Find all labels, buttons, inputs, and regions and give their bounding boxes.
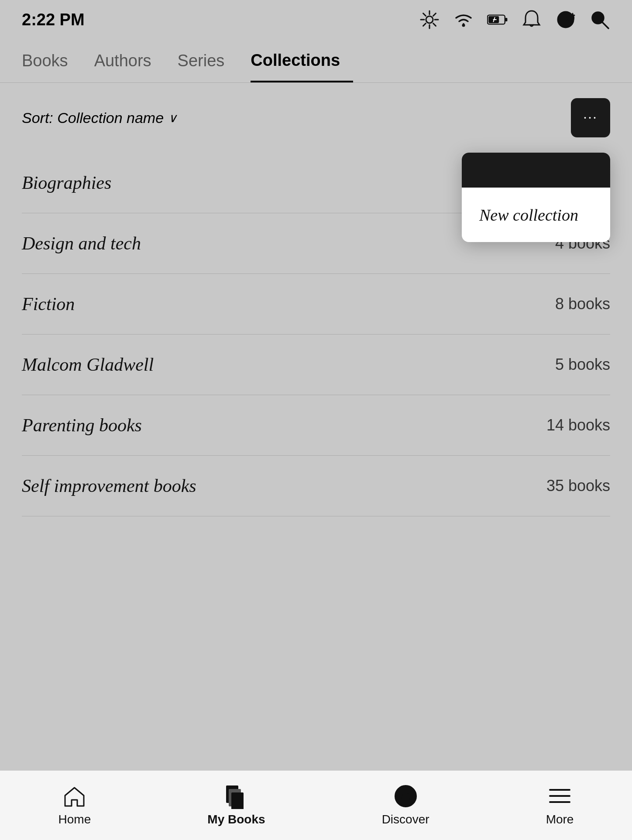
status-icons (419, 9, 610, 30)
bottom-nav-home-label: Home (58, 813, 91, 826)
collection-name: Design and tech (22, 233, 141, 254)
collection-name: Biographies (22, 172, 111, 193)
more-icon (547, 784, 573, 808)
collection-count: 35 books (546, 477, 610, 495)
svg-line-5 (423, 14, 426, 16)
dropdown-menu: New collection (462, 153, 610, 242)
bottom-nav-my-books-label: My Books (207, 813, 265, 826)
battery-icon (487, 9, 508, 30)
collection-count: 5 books (555, 355, 610, 374)
sort-label-text: Sort: Collection name (22, 109, 164, 126)
status-time: 2:22 PM (22, 10, 85, 29)
home-icon (62, 784, 88, 808)
sort-chevron-icon: ∨ (168, 111, 177, 125)
sort-row: Sort: Collection name ∨ ··· (0, 83, 632, 153)
svg-line-6 (433, 24, 436, 26)
svg-point-9 (462, 24, 465, 27)
collection-name: Self improvement books (22, 475, 196, 496)
collection-name: Malcom Gladwell (22, 354, 154, 375)
tab-series[interactable]: Series (178, 51, 238, 82)
my-books-icon (223, 784, 249, 808)
collection-item-parenting[interactable]: Parenting books 14 books (22, 395, 610, 456)
svg-rect-11 (505, 18, 508, 21)
bottom-nav-more[interactable]: More (546, 784, 574, 826)
collection-count: 14 books (546, 416, 610, 434)
svg-line-17 (602, 22, 608, 28)
tab-authors[interactable]: Authors (94, 51, 165, 82)
collection-item-fiction[interactable]: Fiction 8 books (22, 274, 610, 335)
sync-icon (555, 9, 576, 30)
collection-item-self-improvement[interactable]: Self improvement books 35 books (22, 456, 610, 516)
tab-books[interactable]: Books (22, 51, 81, 82)
svg-rect-20 (231, 792, 244, 809)
collection-count: 8 books (555, 295, 610, 313)
collection-item-malcom-gladwell[interactable]: Malcom Gladwell 5 books (22, 335, 610, 395)
collection-name: Parenting books (22, 415, 142, 436)
bottom-nav-home[interactable]: Home (58, 784, 91, 826)
new-collection-button[interactable]: New collection (462, 188, 610, 242)
svg-line-7 (433, 14, 436, 16)
notification-icon[interactable] (521, 9, 542, 30)
wifi-icon (453, 9, 474, 30)
brightness-icon (419, 9, 440, 30)
bottom-nav-discover[interactable]: Discover (382, 784, 429, 826)
bottom-nav-my-books[interactable]: My Books (207, 784, 265, 826)
more-options-button[interactable]: ··· (571, 98, 610, 137)
bottom-nav-discover-label: Discover (382, 813, 429, 826)
bottom-nav: Home My Books Discover (0, 770, 632, 840)
discover-icon (392, 784, 419, 808)
tab-collections[interactable]: Collections (251, 51, 353, 82)
status-bar: 2:22 PM (0, 0, 632, 39)
svg-line-8 (423, 24, 426, 26)
sort-label[interactable]: Sort: Collection name ∨ (22, 109, 177, 126)
dropdown-header (462, 153, 610, 188)
main-content: Sort: Collection name ∨ ··· New collecti… (0, 83, 632, 516)
collection-name: Fiction (22, 294, 75, 314)
nav-tabs: Books Authors Series Collections (0, 39, 632, 83)
bottom-nav-more-label: More (546, 813, 574, 826)
svg-point-23 (404, 796, 407, 798)
search-icon[interactable] (589, 9, 610, 30)
svg-point-0 (426, 16, 433, 23)
